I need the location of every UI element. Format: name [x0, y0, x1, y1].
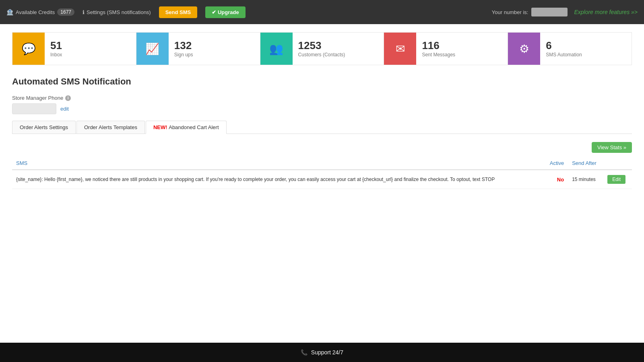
new-badge: NEW!	[153, 124, 169, 130]
credits-count: 1677	[57, 8, 74, 16]
stat-icon: ✉	[384, 33, 416, 65]
stat-number: 1253	[298, 40, 345, 51]
settings-link[interactable]: ℹ Settings (SMS notifications)	[83, 9, 151, 15]
stat-info: 132 Sign ups	[174, 36, 193, 62]
settings-label: Settings (SMS notifications)	[87, 9, 151, 15]
tab-order-alerts-templates[interactable]: Order Alerts Templates	[76, 121, 145, 134]
stat-number: 6	[546, 40, 582, 51]
credits-icon: 🏦	[6, 9, 13, 15]
stat-label: Customers (Contacts)	[298, 52, 345, 58]
table-col-actions	[603, 157, 632, 170]
status-badge: No	[557, 177, 564, 183]
stat-cards: 💬 51 Inbox 📈 132 Sign ups 👥 1253 Custome…	[12, 32, 632, 65]
stat-number: 51	[50, 40, 62, 51]
stat-info: 116 Sent Messages	[422, 36, 455, 62]
tab-abandoned-cart-alert[interactable]: NEW! Abandoned Cart Alert	[146, 121, 227, 134]
view-stats-button[interactable]: View Stats »	[592, 142, 632, 153]
tab-order-alerts-settings[interactable]: Order Alerts Settings	[12, 121, 76, 134]
table-row: {site_name}: Hello {first_name}, we noti…	[12, 170, 632, 189]
main-content: 💬 51 Inbox 📈 132 Sign ups 👥 1253 Custome…	[0, 24, 644, 343]
table-col-send_after: Send After	[568, 157, 603, 170]
table-header: SMSActiveSend After	[12, 157, 632, 170]
stat-label: Sent Messages	[422, 52, 455, 58]
footer-phone-icon: 📞	[301, 349, 308, 356]
store-manager-label: Store Manager Phone i	[12, 95, 632, 101]
topnav-left: 🏦 Available Credits 1677 ℹ Settings (SMS…	[6, 6, 485, 18]
edit-phone-link[interactable]: edit	[60, 106, 69, 112]
tabs-container: Order Alerts SettingsOrder Alerts Templa…	[12, 121, 632, 134]
sms-table: SMSActiveSend After {site_name}: Hello {…	[12, 157, 632, 189]
topnav-right: Your number is: Explore more features »>	[492, 8, 638, 16]
store-manager-info-icon: i	[65, 95, 71, 101]
credits-section: 🏦 Available Credits 1677	[6, 8, 74, 16]
settings-icon: ℹ	[83, 9, 85, 15]
edit-row-button[interactable]: Edit	[607, 175, 625, 184]
stat-card: ⚙ 6 SMS Automation	[508, 32, 632, 65]
stat-icon: 💬	[12, 33, 45, 65]
store-manager-section: Store Manager Phone i edit	[12, 95, 632, 114]
page-title: Automated SMS Notification	[12, 76, 632, 87]
phone-number-placeholder	[531, 8, 568, 16]
stat-info: 51 Inbox	[50, 36, 62, 62]
store-phone-row: edit	[12, 103, 632, 114]
edit-cell: Edit	[603, 170, 632, 189]
table-col-sms: SMS	[12, 157, 544, 170]
stat-label: Inbox	[50, 52, 62, 58]
sms-message-cell: {site_name}: Hello {first_name}, we noti…	[12, 170, 544, 189]
footer: 📞 Support 24/7	[0, 343, 644, 362]
store-phone-input[interactable]	[12, 103, 56, 114]
stat-label: Sign ups	[174, 52, 193, 58]
upgrade-button[interactable]: ✔ Upgrade	[205, 6, 245, 18]
your-number-label: Your number is:	[492, 8, 568, 16]
send-sms-button[interactable]: Send SMS	[159, 6, 198, 18]
stat-label: SMS Automation	[546, 52, 582, 58]
stat-info: 6 SMS Automation	[546, 36, 582, 62]
send-after-cell: 15 minutes	[568, 170, 603, 189]
stat-card: 👥 1253 Customers (Contacts)	[260, 32, 384, 65]
top-navigation: 🏦 Available Credits 1677 ℹ Settings (SMS…	[0, 0, 644, 24]
stat-number: 116	[422, 40, 455, 51]
stat-icon: 👥	[260, 33, 293, 65]
stat-icon: 📈	[136, 33, 169, 65]
table-col-active: Active	[544, 157, 568, 170]
explore-link[interactable]: Explore more features »>	[574, 9, 638, 15]
stat-icon: ⚙	[508, 33, 540, 65]
stat-card: ✉ 116 Sent Messages	[384, 32, 508, 65]
table-body: {site_name}: Hello {first_name}, we noti…	[12, 170, 632, 189]
stat-number: 132	[174, 40, 193, 51]
support-label: Support 24/7	[311, 349, 343, 356]
active-cell: No	[544, 170, 568, 189]
stat-info: 1253 Customers (Contacts)	[298, 36, 345, 62]
credits-label: Available Credits	[16, 9, 55, 15]
stat-card: 📈 132 Sign ups	[136, 32, 260, 65]
view-stats-row: View Stats »	[12, 142, 632, 153]
stat-card: 💬 51 Inbox	[12, 32, 136, 65]
